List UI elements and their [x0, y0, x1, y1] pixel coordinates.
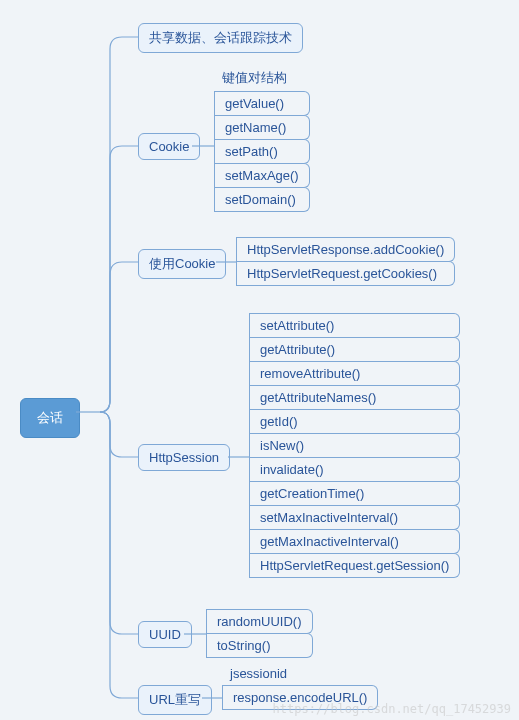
- leaf-title-cookie: 键值对结构: [214, 67, 310, 91]
- root-node[interactable]: 会话: [20, 398, 80, 438]
- leaf-hs-1[interactable]: getAttribute(): [250, 337, 460, 362]
- leaf-use-cookie-1[interactable]: HttpServletRequest.getCookies(): [237, 261, 455, 286]
- leaf-title-url-rewrite: jsessionid: [222, 664, 378, 685]
- branch-shared-data[interactable]: 共享数据、会话跟踪技术: [138, 23, 303, 53]
- watermark: https://blog.csdn.net/qq_17452939: [273, 702, 511, 716]
- leaf-cookie-0[interactable]: getValue(): [215, 91, 310, 116]
- leaf-group-use-cookie: HttpServletResponse.addCookie() HttpServ…: [236, 237, 455, 286]
- leaf-cookie-4[interactable]: setDomain(): [215, 187, 310, 212]
- branch-uuid[interactable]: UUID: [138, 621, 192, 648]
- leaf-hs-8[interactable]: setMaxInactiveInterval(): [250, 505, 460, 530]
- leaf-hs-4[interactable]: getId(): [250, 409, 460, 434]
- leaf-hs-7[interactable]: getCreationTime(): [250, 481, 460, 506]
- leaf-hs-0[interactable]: setAttribute(): [250, 313, 460, 338]
- branch-httpsession[interactable]: HttpSession: [138, 444, 230, 471]
- leaf-use-cookie-0[interactable]: HttpServletResponse.addCookie(): [237, 237, 455, 262]
- leaf-hs-2[interactable]: removeAttribute(): [250, 361, 460, 386]
- leaf-hs-5[interactable]: isNew(): [250, 433, 460, 458]
- leaf-hs-10[interactable]: HttpServletRequest.getSession(): [250, 553, 460, 578]
- leaf-uuid-0[interactable]: randomUUID(): [207, 609, 313, 634]
- leaf-group-cookie: 键值对结构 getValue() getName() setPath() set…: [214, 67, 310, 212]
- leaf-group-uuid: randomUUID() toString(): [206, 609, 313, 658]
- leaf-cookie-1[interactable]: getName(): [215, 115, 310, 140]
- leaf-group-httpsession: setAttribute() getAttribute() removeAttr…: [249, 313, 460, 578]
- leaf-cookie-3[interactable]: setMaxAge(): [215, 163, 310, 188]
- leaf-uuid-1[interactable]: toString(): [207, 633, 313, 658]
- branch-use-cookie[interactable]: 使用Cookie: [138, 249, 226, 279]
- leaf-hs-6[interactable]: invalidate(): [250, 457, 460, 482]
- leaf-hs-3[interactable]: getAttributeNames(): [250, 385, 460, 410]
- branch-cookie[interactable]: Cookie: [138, 133, 200, 160]
- branch-url-rewrite[interactable]: URL重写: [138, 685, 212, 715]
- leaf-hs-9[interactable]: getMaxInactiveInterval(): [250, 529, 460, 554]
- leaf-cookie-2[interactable]: setPath(): [215, 139, 310, 164]
